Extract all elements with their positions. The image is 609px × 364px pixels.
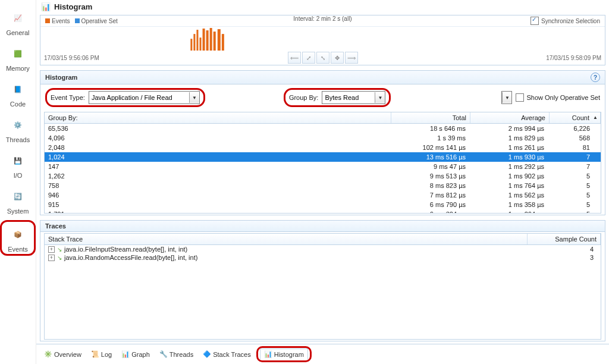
interval-label: Interval: 2 min 2 s (all) (293, 15, 351, 22)
table-body[interactable]: 65,53618 s 646 ms2 ms 994 µs6,2264,0961 … (45, 124, 601, 213)
tab-overview[interactable]: ✳️Overview (40, 349, 86, 360)
sidebar-item-threads[interactable]: ⚙️Threads (2, 113, 34, 145)
histogram-filters: Event Type: ▼ Group By: ▼ ▼ Show Only Op… (40, 84, 605, 111)
method-icon: ↘ (57, 255, 62, 261)
event-type-label: Event Type: (51, 94, 85, 101)
group-by-input[interactable] (322, 92, 375, 103)
table-row[interactable]: 9467 ms 812 µs1 ms 562 µs5 (45, 190, 601, 200)
tab-threads[interactable]: 🔧Threads (155, 349, 197, 360)
sidebar-item-events[interactable]: 📦Events (0, 220, 36, 256)
table-row[interactable]: 2,048102 ms 141 µs1 ms 261 µs81 (45, 143, 601, 152)
overview-icon: ✳️ (44, 350, 52, 358)
traces-section: Traces Stack Trace Sample Count +↘java.i… (40, 220, 605, 341)
svg-rect-0 (190, 39, 192, 51)
nav-forward-icon[interactable]: ⟹ (345, 52, 358, 64)
code-icon: 📘 (8, 79, 28, 99)
bottom-tabs: ✳️Overview 📜Log 📊Graph 🔧Threads 🔷Stack T… (36, 344, 609, 364)
threads-icon: ⚙️ (8, 115, 28, 135)
tab-stack-traces[interactable]: 🔷Stack Traces (199, 349, 255, 360)
sidebar-item-system[interactable]: 🔄System (2, 184, 34, 216)
histogram-icon: 📊 (264, 350, 272, 358)
histogram-table: Group By: Total Average Count▲ 65,53618 … (44, 112, 601, 214)
general-icon: 📈 (8, 8, 28, 28)
header-total[interactable]: Total (391, 112, 470, 123)
page-title: 📊 Histogram (36, 0, 609, 12)
show-operative-checkbox[interactable]: Show Only Operative Set (516, 93, 600, 102)
svg-rect-8 (218, 29, 221, 51)
trace-row[interactable]: +↘java.io.FileInputStream.read(byte[], i… (45, 245, 601, 253)
svg-rect-7 (214, 32, 216, 51)
table-row[interactable]: 4,0961 s 39 ms1 ms 829 µs568 (45, 133, 601, 143)
tab-log[interactable]: 📜Log (87, 349, 116, 360)
expand-icon[interactable]: + (48, 255, 55, 261)
traces-body[interactable]: +↘java.io.FileInputStream.read(byte[], i… (45, 245, 601, 339)
header-count[interactable]: Count▲ (550, 112, 601, 123)
nav-back-icon[interactable]: ⟸ (288, 52, 301, 64)
threads-icon: 🔧 (159, 350, 168, 358)
table-row[interactable]: 9156 ms 790 µs1 ms 358 µs5 (45, 200, 601, 209)
trace-row[interactable]: +↘java.io.RandomAccessFile.read(byte[], … (45, 253, 601, 262)
histogram-icon: 📊 (41, 2, 51, 11)
method-icon: ↘ (57, 246, 62, 253)
tab-histogram[interactable]: 📊Histogram (260, 349, 308, 360)
traces-table: Stack Trace Sample Count +↘java.io.FileI… (44, 233, 601, 340)
group-by-label: Group By: (289, 94, 319, 101)
table-header[interactable]: Group By: Total Average Count▲ (45, 112, 601, 124)
table-row[interactable]: 1,02413 ms 516 µs1 ms 930 µs7 (45, 152, 601, 162)
table-row[interactable]: 7588 ms 823 µs1 ms 764 µs5 (45, 181, 601, 190)
svg-rect-6 (210, 28, 212, 51)
sort-indicator-icon: ▲ (593, 115, 598, 120)
svg-rect-3 (199, 37, 201, 51)
time-start: 17/03/15 9:56:06 PM (44, 55, 99, 61)
legend-operative: Operative Set (75, 18, 118, 24)
timeline-chart[interactable] (40, 27, 605, 51)
chevron-down-icon[interactable]: ▼ (189, 92, 199, 103)
sidebar-item-io[interactable]: 💾I/O (2, 149, 34, 181)
sidebar-item-code[interactable]: 📘Code (2, 77, 34, 109)
traces-table-header[interactable]: Stack Trace Sample Count (45, 234, 601, 245)
system-icon: 🔄 (8, 186, 28, 206)
time-end: 17/03/15 9:58:09 PM (546, 55, 601, 61)
header-group-by[interactable]: Group By: (45, 112, 391, 123)
table-row[interactable]: 1,7016 ms 324 µs1 ms 264 µs5 (45, 209, 601, 213)
header-sample-count[interactable]: Sample Count (528, 234, 601, 244)
chevron-down-icon[interactable]: ▼ (502, 92, 511, 103)
stack-icon: 🔷 (203, 350, 211, 358)
traces-header: Traces (40, 221, 605, 232)
event-type-input[interactable] (89, 92, 189, 103)
svg-rect-1 (193, 34, 195, 51)
events-icon: 📦 (8, 224, 28, 244)
group-by-combo[interactable]: ▼ (322, 91, 385, 104)
sync-selection-checkbox[interactable]: Synchronize Selection (530, 17, 600, 25)
sidebar-item-general[interactable]: 📈General (2, 6, 34, 38)
histogram-section: Histogram ? Event Type: ▼ Group By: ▼ ▼ … (40, 70, 605, 215)
help-icon[interactable]: ? (591, 73, 600, 82)
graph-icon: 📊 (121, 350, 130, 358)
memory-icon: 🟩 (8, 43, 28, 64)
sidebar: 📈General 🟩Memory 📘Code ⚙️Threads 💾I/O 🔄S… (0, 0, 36, 364)
io-icon: 💾 (8, 150, 28, 171)
tab-graph[interactable]: 📊Graph (117, 349, 154, 360)
table-row[interactable]: 1479 ms 47 µs1 ms 292 µs7 (45, 162, 601, 171)
svg-rect-9 (222, 34, 224, 51)
timeline-footer: 17/03/15 9:56:06 PM ⟸ ⤢ ⤡ ✥ ⟹ 17/03/15 9… (40, 51, 605, 65)
expand-icon[interactable]: + (48, 246, 55, 253)
log-icon: 📜 (91, 350, 99, 358)
event-type-combo[interactable]: ▼ (89, 91, 200, 104)
histogram-header: Histogram ? (40, 71, 605, 84)
nav-select-icon[interactable]: ✥ (331, 52, 344, 64)
legend-events: Events (45, 18, 70, 24)
nav-zoom-in-icon[interactable]: ⤡ (316, 52, 329, 64)
table-row[interactable]: 1,2629 ms 513 µs1 ms 902 µs5 (45, 171, 601, 181)
chevron-down-icon[interactable]: ▼ (375, 92, 385, 103)
svg-rect-2 (196, 30, 198, 51)
header-average[interactable]: Average (470, 112, 550, 123)
header-stack-trace[interactable]: Stack Trace (45, 234, 528, 244)
main-panel: 📊 Histogram Events Operative Set Interva… (36, 0, 609, 364)
svg-rect-4 (203, 29, 205, 51)
nav-zoom-out-icon[interactable]: ⤢ (302, 52, 315, 64)
table-row[interactable]: 65,53618 s 646 ms2 ms 994 µs6,226 (45, 124, 601, 133)
timeline-nav: ⟸ ⤢ ⤡ ✥ ⟹ (288, 52, 358, 64)
sidebar-item-memory[interactable]: 🟩Memory (2, 42, 34, 74)
extra-combo[interactable]: ▼ (501, 91, 512, 104)
